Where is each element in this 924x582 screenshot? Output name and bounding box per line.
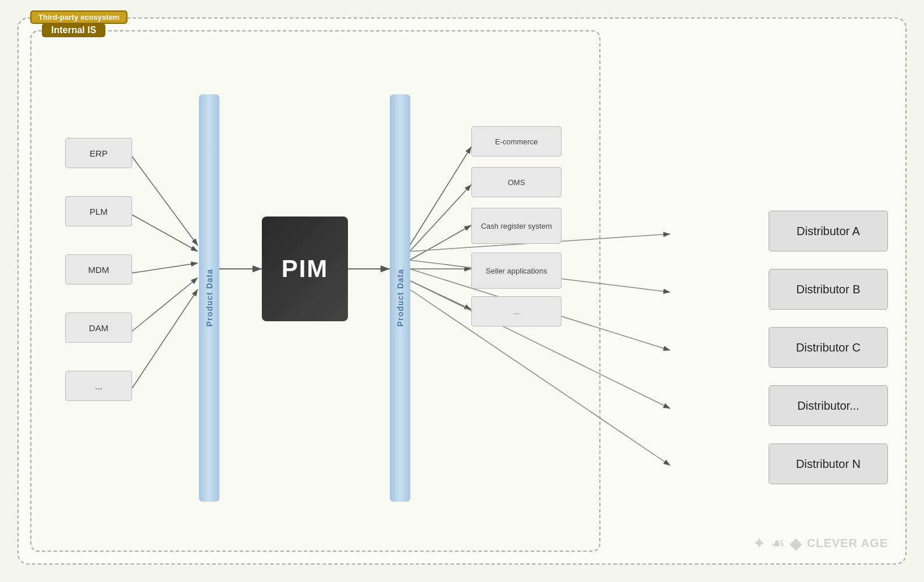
distributor-a: Distributor A xyxy=(769,211,888,251)
left-product-data-bar: Product Data xyxy=(199,94,219,502)
output-oms: OMS xyxy=(471,167,561,197)
third-party-label: Third-party ecosystem xyxy=(30,10,127,24)
watermark-icon-2: ☙ xyxy=(770,534,785,553)
distributor-b: Distributor B xyxy=(769,269,888,310)
output-ecommerce: E-commerce xyxy=(471,126,561,157)
watermark: ✦ ☙ ◆ CLEVER AGE xyxy=(752,534,888,553)
output-more: ... xyxy=(471,296,561,327)
distributor-n: Distributor N xyxy=(769,443,888,484)
right-product-data-bar: Product Data xyxy=(390,94,410,502)
source-plm: PLM xyxy=(65,196,132,226)
watermark-icon-3: ◆ xyxy=(790,534,802,553)
source-etc: ... xyxy=(65,371,132,401)
watermark-text: CLEVER AGE xyxy=(807,537,888,550)
pim-box: PIM xyxy=(262,217,348,321)
watermark-icon-1: ✦ xyxy=(752,534,766,553)
output-cashregister: Cash register system xyxy=(471,208,561,244)
source-erp: ERP xyxy=(65,138,132,168)
source-mdm: MDM xyxy=(65,254,132,285)
distributor-more: Distributor... xyxy=(769,385,888,426)
source-dam: DAM xyxy=(65,313,132,343)
internal-is-label: Internal IS xyxy=(42,23,105,37)
distributor-c: Distributor C xyxy=(769,327,888,368)
output-seller: Seller applications xyxy=(471,253,561,289)
outer-container: Third-party ecosystem Internal IS xyxy=(17,17,907,565)
